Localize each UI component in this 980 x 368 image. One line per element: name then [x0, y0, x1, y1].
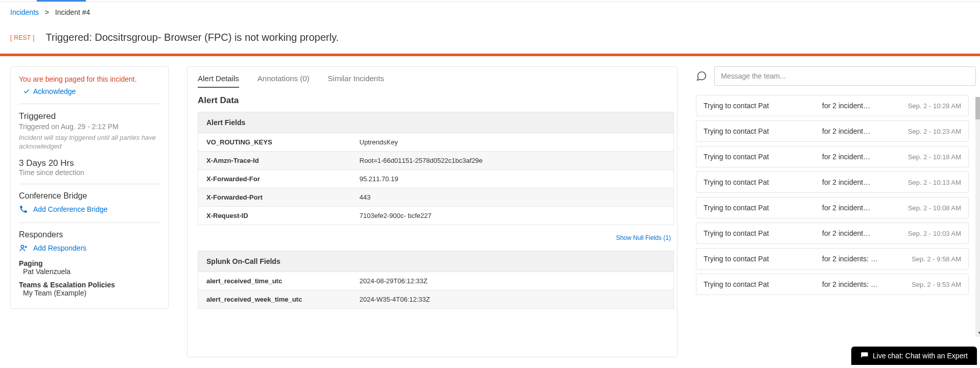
log-when: Sep. 2 - 10:28 AM	[900, 102, 961, 110]
field-key: VO_ROUTING_KEYS	[198, 133, 352, 152]
log-who: Trying to contact Pat	[704, 127, 822, 135]
alert-fields-table: VO_ROUTING_KEYSUptrendsKeyX-Amzn-Trace-I…	[198, 133, 674, 225]
activity-log-list: Trying to contact Patfor 2 incident…Sep.…	[696, 95, 976, 295]
center-scroll-area[interactable]: Alert Data Alert Fields VO_ROUTING_KEYSU…	[188, 88, 677, 357]
log-what: for 2 incident…	[822, 178, 900, 186]
log-item[interactable]: Trying to contact Patfor 2 incidents: …S…	[696, 274, 969, 295]
log-what: for 2 incident…	[822, 102, 900, 110]
active-nav-underline	[37, 0, 86, 2]
table-row: X-Forwarded-For95.211.70.19	[198, 170, 674, 188]
table-row: alert_received_time_utc2024-08-29T06:12:…	[198, 272, 674, 290]
tab-alert-details[interactable]: Alert Details	[198, 74, 239, 88]
breadcrumb-current: Incident #4	[55, 8, 90, 16]
breadcrumb-root-link[interactable]: Incidents	[10, 8, 39, 16]
field-key: alert_received_time_utc	[198, 272, 352, 290]
log-who: Trying to contact Pat	[704, 178, 822, 186]
teams-label: Teams & Escalation Policies	[19, 281, 160, 289]
svg-marker-3	[978, 332, 981, 334]
field-value: UptrendsKey	[352, 133, 674, 152]
center-panel: Alert Details Annotations (0) Similar In…	[187, 66, 678, 357]
field-value: 443	[352, 188, 674, 207]
field-value: 2024-08-29T06:12:33Z	[352, 272, 674, 290]
log-item[interactable]: Trying to contact Patfor 2 incident…Sep.…	[696, 120, 969, 142]
table-row: alert_received_week_time_utc2024-W35-4T0…	[198, 290, 674, 309]
log-item[interactable]: Trying to contact Patfor 2 incident…Sep.…	[696, 171, 969, 193]
add-responders-label: Add Responders	[33, 244, 86, 252]
acknowledge-label: Acknowledge	[33, 87, 76, 95]
chat-with-expert-label: Live chat: Chat with an Expert	[873, 352, 968, 357]
time-since-detection-value: 3 Days 20 Hrs	[19, 158, 160, 168]
chat-icon	[860, 352, 869, 357]
acknowledge-button[interactable]: Acknowledge	[23, 87, 76, 95]
log-who: Trying to contact Pat	[704, 204, 822, 212]
phone-icon	[19, 205, 28, 214]
log-item[interactable]: Trying to contact Patfor 2 incident…Sep.…	[696, 197, 969, 218]
log-what: for 2 incidents: …	[822, 255, 900, 263]
field-key: X-Forwarded-Port	[198, 188, 352, 207]
log-item[interactable]: Trying to contact Patfor 2 incidents: …S…	[696, 248, 969, 269]
log-what: for 2 incidents: …	[822, 280, 900, 288]
tab-annotations[interactable]: Annotations (0)	[258, 74, 310, 88]
table-row: X-Request-ID7103efe2-900c- bcfe227	[198, 207, 674, 225]
time-since-detection-label: Time since detection	[19, 168, 160, 177]
log-when: Sep. 2 - 10:13 AM	[900, 179, 961, 186]
field-key: X-Forwarded-For	[198, 170, 352, 188]
field-value: Root=1-66d01151-2578d0522c1bc3af29e	[352, 152, 674, 170]
table-row: VO_ROUTING_KEYSUptrendsKey	[198, 133, 674, 152]
add-responders-button[interactable]: Add Responders	[19, 243, 86, 253]
left-panel: You are being paged for this incident. A…	[10, 66, 169, 309]
teams-value: My Team (Example)	[23, 289, 160, 297]
scrollbar-thumb[interactable]	[975, 97, 980, 119]
show-null-fields-row: Show Null Fields (1)	[198, 225, 674, 251]
log-when: Sep. 2 - 10:18 AM	[900, 153, 961, 161]
paged-notice: You are being paged for this incident.	[19, 75, 160, 83]
message-team-input[interactable]	[714, 66, 976, 86]
log-who: Trying to contact Pat	[704, 280, 822, 288]
triggered-timestamp: Triggered on Aug. 29 - 2:12 PM	[19, 122, 160, 131]
log-what: for 2 incident…	[822, 229, 900, 237]
splunk-fields-table: alert_received_time_utc2024-08-29T06:12:…	[198, 272, 674, 309]
log-when: Sep. 2 - 10:08 AM	[900, 204, 961, 212]
triggered-note: Incident will stay triggered until all p…	[19, 134, 160, 151]
table-row: X-Amzn-Trace-IdRoot=1-66d01151-2578d0522…	[198, 152, 674, 170]
log-what: for 2 incident…	[822, 153, 900, 161]
svg-point-0	[21, 245, 24, 248]
incident-title: Triggered: Docsitrsgroup- Browser (FPC) …	[46, 32, 339, 43]
log-item[interactable]: Trying to contact Patfor 2 incident…Sep.…	[696, 95, 969, 116]
alert-fields-heading: Alert Fields	[198, 112, 674, 133]
log-when: Sep. 2 - 9:53 AM	[900, 281, 961, 288]
incident-title-row: [ REST ] Triggered: Docsitrsgroup- Brows…	[0, 20, 980, 54]
log-item[interactable]: Trying to contact Patfor 2 incident…Sep.…	[696, 223, 969, 244]
rest-badge: [ REST ]	[10, 34, 35, 41]
conference-bridge-head: Conference Bridge	[19, 191, 160, 201]
person-plus-icon	[19, 243, 28, 253]
breadcrumb: Incidents > Incident #4	[0, 2, 980, 20]
right-panel: Trying to contact Patfor 2 incident…Sep.…	[696, 66, 980, 295]
scrollbar-down-arrow[interactable]	[975, 328, 980, 337]
paging-label: Paging	[19, 259, 160, 267]
add-conference-bridge-label: Add Conference Bridge	[33, 205, 108, 213]
log-when: Sep. 2 - 10:23 AM	[900, 128, 961, 135]
log-item[interactable]: Trying to contact Patfor 2 incident…Sep.…	[696, 146, 969, 167]
chat-bubble-icon	[696, 70, 707, 82]
triggered-status-head: Triggered	[19, 111, 160, 121]
log-what: for 2 incident…	[822, 127, 900, 135]
field-value: 2024-W35-4T06:12:33Z	[352, 290, 674, 309]
show-null-fields-link[interactable]: Show Null Fields (1)	[616, 234, 671, 241]
field-value: 95.211.70.19	[352, 170, 674, 188]
responders-head: Responders	[19, 230, 160, 239]
alert-data-heading: Alert Data	[198, 88, 674, 112]
log-who: Trying to contact Pat	[704, 102, 822, 110]
table-row: X-Forwarded-Port443	[198, 188, 674, 207]
check-icon	[23, 88, 30, 95]
field-key: X-Request-ID	[198, 207, 352, 225]
chat-with-expert-button[interactable]: Live chat: Chat with an Expert	[851, 347, 977, 357]
log-who: Trying to contact Pat	[704, 153, 822, 161]
splunk-fields-heading: Splunk On-Call Fields	[198, 251, 674, 272]
add-conference-bridge-button[interactable]: Add Conference Bridge	[19, 205, 108, 214]
log-who: Trying to contact Pat	[704, 229, 822, 237]
right-scrollbar[interactable]	[975, 97, 980, 337]
center-tabs: Alert Details Annotations (0) Similar In…	[188, 67, 677, 88]
message-team-row	[696, 66, 976, 86]
tab-similar-incidents[interactable]: Similar Incidents	[328, 74, 384, 88]
